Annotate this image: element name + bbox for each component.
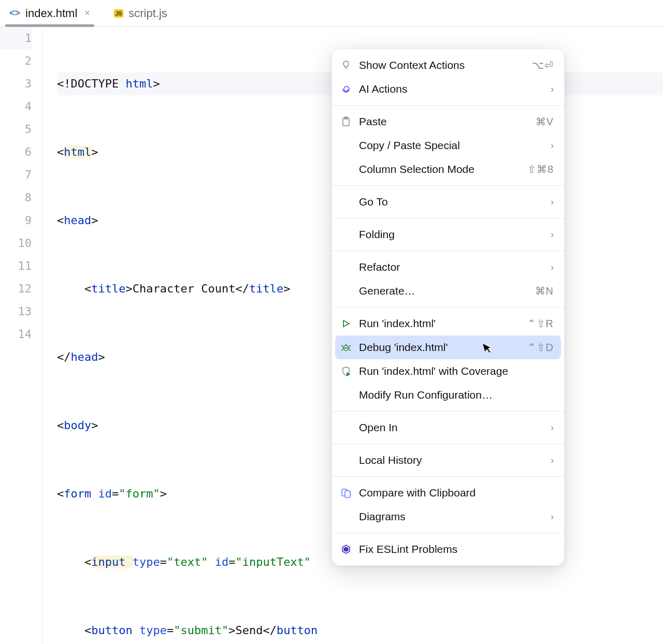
empty-icon [340,285,352,297]
menu-diagrams[interactable]: Diagrams › [332,505,564,529]
menu-separator [332,105,564,106]
line-gutter: 1 2 3 4 5 6 7 8 9 10 11 12 13 14 [0,27,42,644]
menu-separator [332,444,564,444]
shield-play-icon [340,365,352,377]
menu-modify-run-config[interactable]: Modify Run Configuration… [332,383,564,407]
menu-label: Column Selection Mode [359,163,520,175]
menu-label: Run 'index.html' [359,317,520,330]
menu-label: Generate… [359,285,528,297]
menu-copy-paste-special[interactable]: Copy / Paste Special › [332,134,564,157]
svg-marker-11 [347,373,350,376]
menu-separator [332,307,564,308]
menu-label: Folding [359,228,543,241]
spiral-icon [340,83,352,95]
chevron-right-icon: › [551,511,554,522]
svg-marker-3 [343,320,349,327]
chevron-right-icon: › [551,197,554,208]
menu-open-in[interactable]: Open In › [332,416,564,440]
chevron-right-icon: › [551,422,554,433]
html-file-icon: <> [9,8,20,19]
editor-tabs: <> index.html × JS script.js [0,0,663,27]
svg-line-7 [349,345,351,346]
empty-icon [340,140,352,151]
menu-label: Local History [359,454,543,466]
tab-label: index.html [25,7,77,20]
menu-shortcut: ⌥⏎ [532,59,554,71]
menu-separator [332,533,564,533]
menu-label: Debug 'index.html' [359,341,520,354]
svg-line-8 [341,349,343,350]
menu-shortcut: ⌃⇧D [527,341,554,354]
empty-icon [340,455,352,466]
menu-label: AI Actions [359,83,543,95]
menu-label: Show Context Actions [359,59,525,71]
empty-icon [340,389,352,401]
menu-label: Diagrams [359,510,543,523]
chevron-right-icon: › [551,455,554,466]
menu-label: Run 'index.html' with Coverage [359,365,554,377]
chevron-right-icon: › [551,84,554,95]
menu-ai-actions[interactable]: AI Actions › [332,77,564,101]
svg-line-9 [349,349,351,350]
empty-icon [340,511,352,522]
menu-folding[interactable]: Folding › [332,223,564,246]
menu-debug[interactable]: Debug 'index.html' ⌃⇧D [335,335,561,359]
tab-index-html[interactable]: <> index.html × [5,0,94,26]
menu-separator [332,251,564,251]
menu-label: Fix ESLint Problems [359,543,554,555]
chevron-right-icon: › [551,262,554,273]
context-menu: Show Context Actions ⌥⏎ AI Actions › Pas… [332,49,565,566]
menu-run[interactable]: Run 'index.html' ⌃⇧R [332,312,564,335]
menu-label: Paste [359,115,528,128]
lightbulb-icon [340,60,352,71]
menu-generate[interactable]: Generate… ⌘N [332,279,564,303]
clipboard-icon [340,116,352,127]
tab-script-js[interactable]: JS script.js [110,0,171,26]
bug-icon [340,342,352,353]
svg-marker-15 [344,547,348,551]
empty-icon [340,229,352,240]
menu-fix-eslint[interactable]: Fix ESLint Problems [332,537,564,561]
empty-icon [340,422,352,433]
menu-label: Copy / Paste Special [359,139,543,152]
menu-shortcut: ⇧⌘8 [527,163,554,175]
menu-separator [332,185,564,186]
menu-label: Go To [359,196,543,208]
compare-icon [340,487,352,499]
eslint-icon [340,544,352,555]
menu-column-selection[interactable]: Column Selection Mode ⇧⌘8 [332,157,564,181]
menu-label: Modify Run Configuration… [359,389,554,401]
menu-shortcut: ⌃⇧R [527,317,554,330]
svg-rect-13 [345,491,350,497]
svg-line-6 [341,345,343,346]
menu-refactor[interactable]: Refactor › [332,255,564,279]
menu-compare-clipboard[interactable]: Compare with Clipboard [332,481,564,505]
empty-icon [340,164,352,175]
empty-icon [340,261,352,273]
chevron-right-icon: › [551,140,554,151]
menu-shortcut: ⌘V [536,115,554,128]
js-file-icon: JS [114,9,123,18]
menu-separator [332,218,564,218]
menu-paste[interactable]: Paste ⌘V [332,110,564,134]
menu-label: Refactor [359,261,543,273]
code-line: <button type="submit">Send</button [57,619,663,642]
menu-separator [332,411,564,412]
menu-label: Open In [359,421,543,434]
tab-label: script.js [128,7,167,20]
close-icon[interactable]: × [84,8,90,19]
menu-local-history[interactable]: Local History › [332,448,564,472]
menu-context-actions[interactable]: Show Context Actions ⌥⏎ [332,53,564,77]
menu-coverage[interactable]: Run 'index.html' with Coverage [332,359,564,383]
empty-icon [340,196,352,208]
chevron-right-icon: › [551,229,554,240]
menu-shortcut: ⌘N [535,285,554,297]
play-icon [340,318,352,329]
menu-goto[interactable]: Go To › [332,190,564,214]
menu-separator [332,476,564,477]
menu-label: Compare with Clipboard [359,487,554,499]
